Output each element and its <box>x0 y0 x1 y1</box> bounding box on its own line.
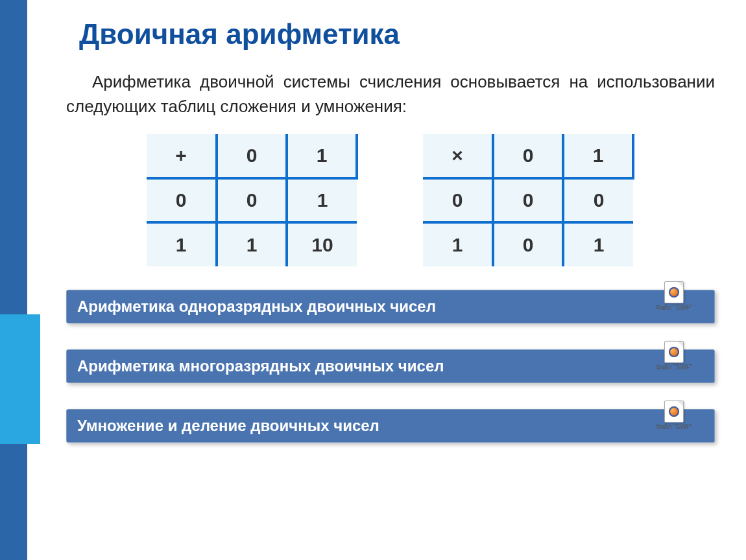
addition-row0-head: 0 <box>147 178 217 222</box>
addition-op-symbol: + <box>147 134 217 178</box>
addition-cell-00: 0 <box>217 178 287 222</box>
multiplication-op-symbol: × <box>423 134 493 178</box>
link-bar-label: Арифметика одноразрядных двоичных чисел <box>77 298 436 316</box>
multiplication-cell-11: 1 <box>563 222 633 266</box>
link-bars: Арифметика одноразрядных двоичных чисел … <box>66 290 715 443</box>
swf-file-icon <box>664 401 684 423</box>
multiplication-cell-00: 0 <box>493 178 563 222</box>
swf-file-icon <box>664 341 684 363</box>
addition-cell-01: 1 <box>287 178 357 222</box>
multiplication-cell-10: 0 <box>493 222 563 266</box>
multiplication-row0-head: 0 <box>423 178 493 222</box>
link-bar-label: Арифметика многоразрядных двоичных чисел <box>77 357 444 375</box>
slide-side-bar <box>0 0 27 560</box>
file-caption: Файл "SWF" <box>651 424 697 430</box>
addition-header-1: 1 <box>287 134 357 178</box>
link-bar-label: Умножение и деление двоичных чисел <box>77 417 379 435</box>
multiplication-header-0: 0 <box>493 134 563 178</box>
addition-table: + 0 1 0 0 1 1 1 10 <box>147 134 358 266</box>
file-icon-badge <box>669 287 679 298</box>
multiplication-cell-01: 0 <box>563 178 633 222</box>
link-bar-multi-digit[interactable]: Арифметика многоразрядных двоичных чисел… <box>66 349 715 383</box>
addition-cell-10: 1 <box>217 222 287 266</box>
file-caption: Файл "SWF" <box>651 364 697 371</box>
intro-paragraph: Арифметика двоичной системы счисления ос… <box>66 70 715 119</box>
file-attachment[interactable]: Файл "SWF" <box>651 341 697 371</box>
slide-content: Двоичная арифметика Арифметика двоичной … <box>27 0 746 443</box>
slide-title: Двоичная арифметика <box>66 18 715 51</box>
multiplication-table: × 0 1 0 0 0 1 0 1 <box>423 134 634 266</box>
file-caption: Файл "SWF" <box>651 305 697 311</box>
file-icon-badge <box>669 347 679 357</box>
file-icon-badge <box>669 406 679 417</box>
multiplication-header-1: 1 <box>563 134 633 178</box>
addition-cell-11: 10 <box>287 222 357 266</box>
file-attachment[interactable]: Файл "SWF" <box>651 281 697 311</box>
link-bar-mul-div[interactable]: Умножение и деление двоичных чисел Файл … <box>66 409 715 443</box>
addition-header-0: 0 <box>217 134 287 178</box>
multiplication-row1-head: 1 <box>423 222 493 266</box>
tables-row: + 0 1 0 0 1 1 1 10 × 0 1 0 0 <box>66 134 715 266</box>
link-bar-single-digit[interactable]: Арифметика одноразрядных двоичных чисел … <box>66 290 715 323</box>
swf-file-icon <box>664 281 684 303</box>
slide-side-accent <box>0 314 40 444</box>
addition-row1-head: 1 <box>147 222 217 266</box>
file-attachment[interactable]: Файл "SWF" <box>651 401 697 430</box>
